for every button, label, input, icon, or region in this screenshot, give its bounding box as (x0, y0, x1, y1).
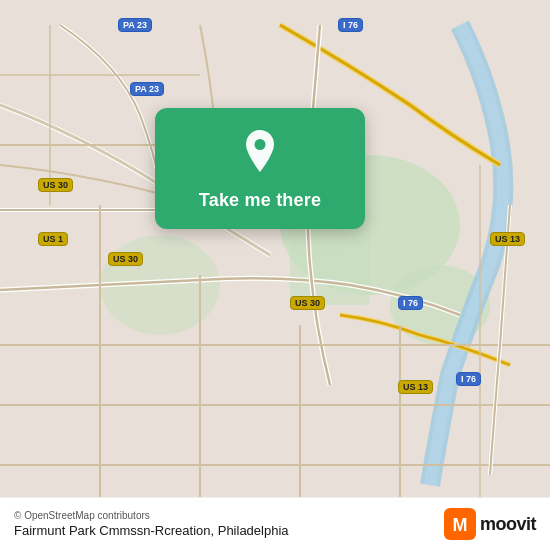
badge-us13-right: US 13 (490, 232, 525, 246)
attribution-text: © OpenStreetMap contributors (14, 510, 289, 521)
badge-i76-mid: I 76 (398, 296, 423, 310)
svg-point-18 (255, 139, 266, 150)
map-container: PA 23 I 76 PA 23 US 1 US 30 US 1 US 1 US… (0, 0, 550, 550)
badge-i76-top: I 76 (338, 18, 363, 32)
badge-us30-mid: US 30 (108, 252, 143, 266)
badge-us30-right: US 30 (290, 296, 325, 310)
bottom-info: © OpenStreetMap contributors Fairmunt Pa… (14, 510, 289, 538)
badge-pa23-top: PA 23 (118, 18, 152, 32)
badge-us30-left: US 30 (38, 178, 73, 192)
moovit-logo: M moovit (444, 508, 536, 540)
badge-i76-lower: I 76 (456, 372, 481, 386)
badge-us1-left: US 1 (38, 232, 68, 246)
bottom-bar: © OpenStreetMap contributors Fairmunt Pa… (0, 497, 550, 550)
map-background (0, 0, 550, 550)
take-me-there-button[interactable]: Take me there (199, 188, 321, 213)
location-card: Take me there (155, 108, 365, 229)
svg-text:M: M (452, 515, 467, 535)
badge-pa23-mid: PA 23 (130, 82, 164, 96)
location-pin-icon (234, 126, 286, 178)
moovit-icon: M (444, 508, 476, 540)
moovit-label: moovit (480, 514, 536, 535)
location-name-text: Fairmunt Park Cmmssn-Rcreation, Philadel… (14, 523, 289, 538)
badge-us13-lower: US 13 (398, 380, 433, 394)
